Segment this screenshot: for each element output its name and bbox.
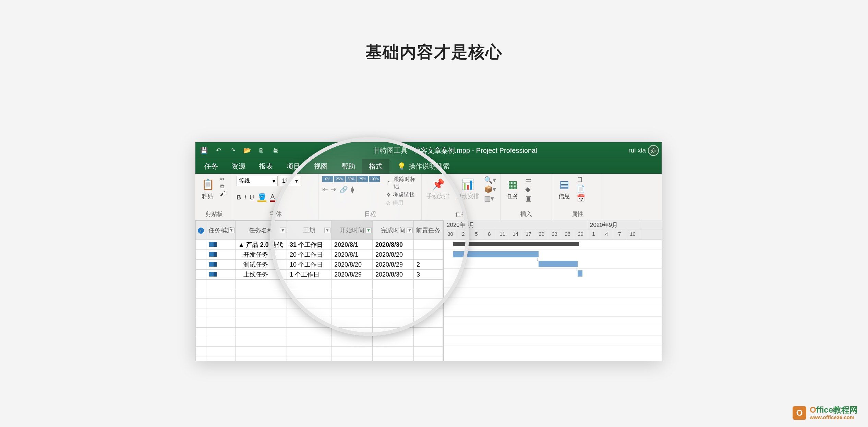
start-cell[interactable]: 2020/8/1 [331, 240, 373, 250]
new-icon[interactable]: 🗎 [256, 145, 267, 156]
tab-report[interactable]: 报表 [252, 159, 280, 174]
redo-icon[interactable]: ↷ [227, 145, 239, 156]
start-cell[interactable]: 2020/8/1 [331, 250, 373, 260]
filter-dropdown-icon[interactable]: ▼ [280, 228, 286, 233]
milestone-icon[interactable]: ◆ [525, 185, 530, 193]
pct-100[interactable]: 100% [369, 176, 380, 182]
filter-dropdown-active-icon[interactable]: ▼ [365, 228, 372, 233]
table-row-empty[interactable] [196, 337, 443, 347]
finish-cell[interactable]: 2020/8/20 [373, 250, 414, 260]
tab-resource[interactable]: 资源 [225, 159, 252, 174]
paste-button[interactable]: 📋 粘贴 [199, 176, 217, 201]
tab-view[interactable]: 视图 [307, 159, 335, 174]
deliverable-icon[interactable]: ▣ [525, 194, 532, 203]
task-name-cell[interactable]: ▲ 产品 2.0 迭代 [236, 240, 287, 250]
table-row[interactable]: 上线任务1 个工作日2020/8/292020/8/303 [196, 270, 443, 280]
format-painter-icon[interactable]: 🖌 [220, 191, 226, 197]
fill-color-button[interactable]: 🪣 [257, 193, 266, 202]
duration-cell[interactable]: 31 个工作日 [287, 240, 331, 250]
details-icon[interactable]: 📄 [577, 185, 585, 193]
links-button[interactable]: ❖考虑链接 [386, 191, 415, 198]
table-row-empty[interactable] [196, 328, 443, 337]
col-finish[interactable]: 完成时间▼ [373, 221, 414, 240]
task-name-cell[interactable]: 上线任务 [236, 270, 287, 280]
cut-icon[interactable]: ✂ [220, 176, 225, 182]
pred-cell[interactable]: 3 [414, 270, 443, 280]
font-size-select[interactable]: 11▾ [280, 176, 300, 186]
pct-25[interactable]: 25% [334, 176, 345, 182]
unlink-icon[interactable]: ⧫ [351, 185, 354, 194]
copy-icon[interactable]: ⧉ [220, 183, 224, 190]
pct-0[interactable]: 0% [322, 176, 333, 182]
inspect-icon[interactable]: 🔍▾ [484, 176, 496, 184]
mode-icon[interactable]: ▥▾ [484, 194, 494, 203]
tab-project[interactable]: 项目 [280, 159, 307, 174]
pred-cell[interactable] [414, 240, 443, 250]
table-row-empty[interactable] [196, 280, 443, 289]
open-icon[interactable]: 📂 [241, 145, 253, 156]
summary-task-icon[interactable]: ▭ [525, 176, 532, 184]
table-row-empty[interactable] [196, 318, 443, 328]
table-row-empty[interactable] [196, 356, 443, 361]
pct-50[interactable]: 50% [346, 176, 357, 182]
table-row[interactable]: 开发任务20 个工作日2020/8/12020/8/20 [196, 250, 443, 260]
insert-task-button[interactable]: ▦ 任务 [504, 176, 522, 201]
pred-cell[interactable] [414, 250, 443, 260]
tell-me-search[interactable]: 💡 操作说明搜索 [393, 159, 455, 174]
information-button[interactable]: ▤ 信息 [555, 176, 573, 201]
timeline-icon[interactable]: 📅 [577, 194, 585, 202]
gantt-bar-task[interactable] [578, 270, 582, 277]
tab-format[interactable]: 格式 [362, 159, 389, 174]
pred-cell[interactable]: 2 [414, 260, 443, 270]
tab-task[interactable]: 任务 [197, 159, 225, 174]
save-icon[interactable]: 💾 [198, 145, 210, 156]
pct-75[interactable]: 75% [357, 176, 368, 182]
outdent-icon[interactable]: ⇤ [322, 185, 328, 194]
duration-cell[interactable]: 1 个工作日 [287, 270, 331, 280]
duration-cell[interactable]: 20 个工作日 [287, 250, 331, 260]
col-duration[interactable]: 工期▼ [287, 221, 331, 240]
tab-help[interactable]: 帮助 [335, 159, 362, 174]
col-indicators[interactable]: i [196, 221, 206, 240]
gantt-chart[interactable]: 2020年8月2020年9月 302581114172023262914710 … [443, 220, 662, 361]
font-name-select[interactable]: 等线▾ [237, 176, 278, 186]
indent-icon[interactable]: ⇥ [331, 185, 337, 194]
filter-dropdown-icon[interactable]: ▼ [407, 228, 413, 233]
table-row[interactable]: ▲ 产品 2.0 迭代31 个工作日2020/8/12020/8/30 [196, 240, 443, 250]
respect-links-button[interactable]: 🏳跟踪时标记 [386, 176, 418, 190]
table-row-empty[interactable] [196, 289, 443, 299]
duration-cell[interactable]: 10 个工作日 [287, 260, 331, 270]
finish-cell[interactable]: 2020/8/29 [373, 260, 414, 270]
col-start[interactable]: 开始时间▼ [331, 221, 373, 240]
finish-cell[interactable]: 2020/8/30 [373, 270, 414, 280]
manual-schedule-button[interactable]: 📌 手动安排 [425, 176, 451, 201]
underline-button[interactable]: U [250, 194, 254, 201]
auto-schedule-button[interactable]: 📊 自动安排 [455, 176, 481, 201]
gantt-bar-summary[interactable] [453, 242, 579, 246]
move-icon[interactable]: 📦▾ [484, 185, 496, 193]
table-row[interactable]: 测试任务10 个工作日2020/8/202020/8/292 [196, 260, 443, 270]
col-task-mode[interactable]: 任务模式▼ [206, 221, 236, 240]
font-color-button[interactable]: A [270, 193, 275, 202]
table-row-empty[interactable] [196, 347, 443, 356]
table-row-empty[interactable] [196, 308, 443, 318]
italic-button[interactable]: I [244, 194, 246, 201]
task-name-cell[interactable]: 测试任务 [236, 260, 287, 270]
start-cell[interactable]: 2020/8/29 [331, 270, 373, 280]
filter-dropdown-icon[interactable]: ▼ [324, 228, 330, 233]
undo-icon[interactable]: ↶ [213, 145, 224, 156]
gantt-bar-task[interactable] [539, 261, 578, 267]
task-sheet[interactable]: i 任务模式▼ 任务名称▼ 工期▼ 开始时间▼ 完成时间▼ 前置任务 ▲ 产品 … [195, 220, 443, 361]
notes-icon[interactable]: 🗒 [577, 176, 583, 184]
task-name-cell[interactable]: 开发任务 [236, 250, 287, 260]
col-task-name[interactable]: 任务名称▼ [236, 221, 287, 240]
gantt-bar-task[interactable] [453, 251, 539, 257]
filter-dropdown-icon[interactable]: ▼ [228, 228, 234, 233]
table-row-empty[interactable] [196, 299, 443, 308]
finish-cell[interactable]: 2020/8/30 [373, 240, 414, 250]
print-icon[interactable]: 🖶 [270, 145, 282, 156]
bold-button[interactable]: B [237, 194, 241, 201]
user-avatar-icon[interactable]: 亦 [648, 145, 659, 156]
start-cell[interactable]: 2020/8/20 [331, 260, 373, 270]
link-icon[interactable]: 🔗 [339, 185, 348, 194]
